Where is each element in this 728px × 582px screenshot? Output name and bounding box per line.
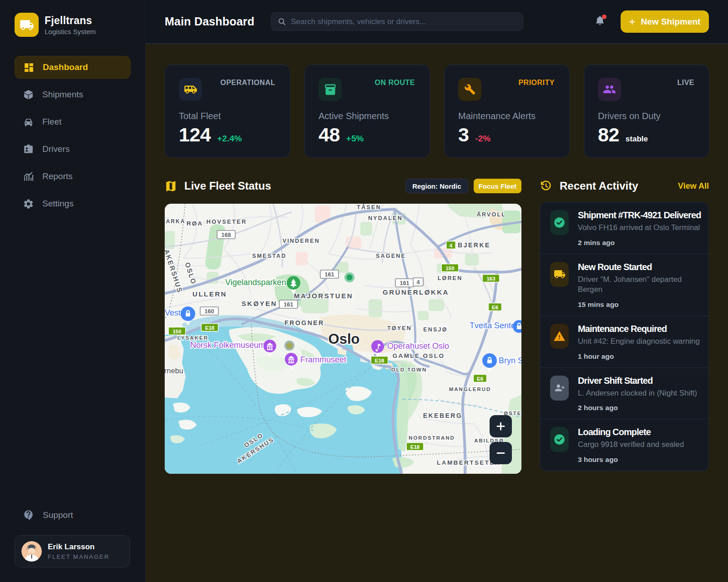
svg-text:Vigelandsparken: Vigelandsparken [225, 278, 286, 287]
svg-text:SMESTAD: SMESTAD [252, 253, 287, 259]
svg-text:Frammuseet: Frammuseet [300, 355, 346, 364]
svg-text:161: 161 [325, 271, 334, 278]
svg-text:Tveita Senter: Tveita Senter [470, 321, 518, 330]
svg-text:RØA: RØA [187, 220, 203, 227]
svg-text:161: 161 [284, 301, 293, 308]
svg-text:160: 160 [205, 308, 214, 315]
svg-text:E18: E18 [410, 444, 420, 450]
svg-text:SKØYEN: SKØYEN [242, 300, 277, 307]
svg-text:Bryn S: Bryn S [499, 356, 521, 365]
svg-text:TØYEN: TØYEN [387, 325, 412, 331]
svg-text:MARKA: MARKA [165, 218, 185, 225]
svg-text:GAMLE OSLO: GAMLE OSLO [393, 352, 445, 359]
svg-text:ULLERN: ULLERN [192, 290, 227, 298]
svg-text:150: 150 [445, 266, 454, 271]
svg-text:LØREN: LØREN [438, 275, 463, 281]
svg-text:E6: E6 [492, 305, 498, 310]
svg-text:MAJORSTUEN: MAJORSTUEN [294, 292, 353, 300]
svg-text:FROGNER: FROGNER [284, 319, 324, 326]
svg-text:VINDEREN: VINDEREN [283, 238, 320, 244]
svg-text:ÅRVOLL: ÅRVOLL [477, 211, 506, 218]
svg-text:OLD TOWN: OLD TOWN [391, 367, 427, 372]
svg-text:GRÜNERLØKKA: GRÜNERLØKKA [383, 288, 449, 296]
svg-text:EKEBERG: EKEBERG [423, 412, 463, 419]
svg-text:BJERKE: BJERKE [458, 241, 490, 249]
svg-text:MANGLERUD: MANGLERUD [449, 386, 491, 392]
svg-text:Oslo: Oslo [329, 331, 360, 347]
svg-text:Vest: Vest [165, 308, 181, 317]
svg-text:NORDSTRAND: NORDSTRAND [409, 435, 455, 441]
svg-text:NYDALEN: NYDALEN [368, 215, 403, 221]
svg-text:4: 4 [450, 243, 453, 248]
svg-text:E6: E6 [477, 376, 483, 381]
svg-text:SAGENE: SAGENE [376, 253, 406, 259]
svg-text:LYSAKER: LYSAKER [177, 335, 208, 341]
svg-text:ENSJØ: ENSJØ [423, 326, 447, 333]
svg-text:168: 168 [222, 232, 231, 238]
svg-text:Norsk Folkemuseum: Norsk Folkemuseum [190, 341, 265, 350]
svg-text:4: 4 [417, 279, 420, 286]
svg-text:E18: E18 [375, 358, 384, 363]
svg-text:Operahuset Oslo: Operahuset Oslo [387, 341, 449, 351]
svg-text:163: 163 [486, 276, 495, 281]
svg-text:rnebu: rnebu [165, 367, 183, 375]
svg-text:E18: E18 [205, 325, 215, 331]
svg-text:161: 161 [400, 280, 410, 286]
svg-text:150: 150 [172, 329, 181, 334]
svg-text:HOVSETER: HOVSETER [206, 218, 247, 225]
svg-text:TÅSEN: TÅSEN [357, 204, 381, 211]
